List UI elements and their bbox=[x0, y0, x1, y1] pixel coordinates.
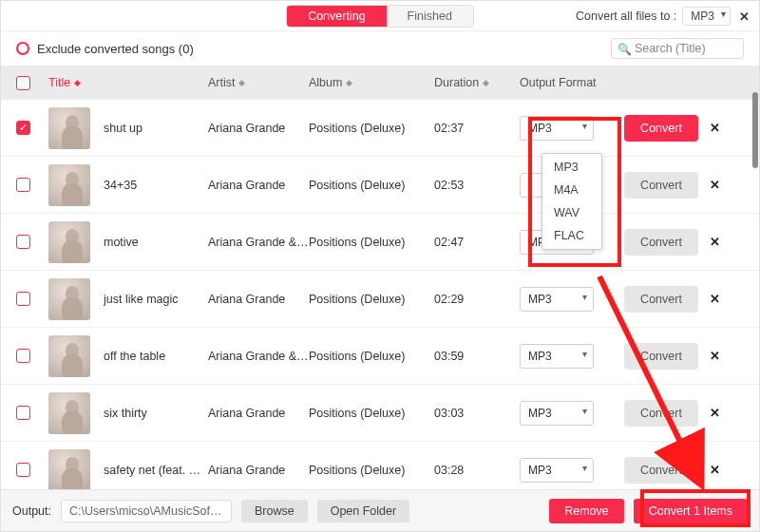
convert-button[interactable]: Convert bbox=[624, 457, 698, 484]
format-select[interactable]: MP3 bbox=[520, 287, 594, 312]
close-icon[interactable]: ✕ bbox=[736, 9, 751, 24]
topbar: Converting Finished Convert all files to… bbox=[1, 1, 759, 31]
format-select[interactable]: MP3 bbox=[520, 344, 594, 369]
topbar-right: Convert all files to : MP3 ✕ bbox=[576, 1, 751, 31]
convert-all-select[interactable]: MP3 bbox=[682, 7, 731, 26]
format-dropdown[interactable]: MP3M4AWAVFLAC bbox=[542, 153, 602, 250]
format-option[interactable]: MP3 bbox=[542, 156, 601, 179]
track-duration: 03:59 bbox=[434, 350, 464, 363]
output-label: Output: bbox=[12, 504, 51, 518]
browse-button[interactable]: Browse bbox=[241, 500, 308, 522]
header-title-label: Title bbox=[48, 76, 70, 89]
convert-button[interactable]: Convert bbox=[624, 172, 698, 199]
album-art bbox=[48, 392, 90, 434]
track-artist: Ariana Grande & ... bbox=[208, 350, 309, 363]
track-artist: Ariana Grande bbox=[208, 179, 285, 192]
select-all-checkbox[interactable] bbox=[16, 76, 30, 90]
track-duration: 02:37 bbox=[434, 122, 464, 135]
track-artist: Ariana Grande bbox=[208, 407, 285, 420]
track-title: safety net (feat. Ty ... bbox=[104, 464, 206, 477]
remove-row-icon[interactable]: ✕ bbox=[710, 236, 720, 249]
table-row: ✓ shut up Ariana Grande Positions (Delux… bbox=[1, 100, 759, 157]
search-input[interactable]: 🔍 Search (Title) bbox=[611, 38, 744, 59]
row-checkbox[interactable] bbox=[16, 235, 30, 249]
table-row: off the table Ariana Grande & ... Positi… bbox=[1, 328, 759, 385]
open-folder-button[interactable]: Open Folder bbox=[317, 500, 409, 522]
convert-button[interactable]: Convert bbox=[624, 115, 698, 142]
track-album: Positions (Deluxe) bbox=[309, 122, 405, 135]
track-duration: 02:29 bbox=[434, 293, 464, 306]
header-artist[interactable]: Artist ◆ bbox=[208, 76, 309, 89]
scrollbar[interactable] bbox=[752, 92, 758, 168]
table-row: six thirty Ariana Grande Positions (Delu… bbox=[1, 385, 759, 442]
album-art bbox=[48, 164, 90, 206]
search-icon: 🔍 bbox=[618, 43, 632, 56]
table-row: motive Ariana Grande & ... Positions (De… bbox=[1, 214, 759, 271]
convert-all-label: Convert all files to : bbox=[576, 10, 676, 23]
convert-button[interactable]: Convert bbox=[624, 286, 698, 313]
filter-row: Exclude converted songs (0) 🔍 Search (Ti… bbox=[1, 31, 759, 66]
row-checkbox[interactable] bbox=[16, 292, 30, 306]
format-option[interactable]: M4A bbox=[542, 179, 601, 201]
header-output-format: Output Format bbox=[520, 76, 624, 89]
track-duration: 02:47 bbox=[434, 236, 464, 249]
track-artist: Ariana Grande bbox=[208, 464, 285, 477]
convert-button[interactable]: Convert bbox=[624, 343, 698, 370]
header-title[interactable]: Title ◆ bbox=[48, 76, 208, 89]
exclude-label: Exclude converted songs (0) bbox=[37, 42, 194, 56]
track-title: off the table bbox=[104, 350, 206, 363]
remove-row-icon[interactable]: ✕ bbox=[710, 179, 720, 192]
table-row: just like magic Ariana Grande Positions … bbox=[1, 271, 759, 328]
table-body: ✓ shut up Ariana Grande Positions (Delux… bbox=[1, 100, 759, 499]
header-artist-label: Artist bbox=[208, 76, 235, 89]
header-output-format-label: Output Format bbox=[520, 76, 597, 89]
format-option[interactable]: FLAC bbox=[542, 224, 601, 247]
sort-icon: ◆ bbox=[346, 79, 352, 86]
remove-row-icon[interactable]: ✕ bbox=[710, 122, 720, 135]
remove-button[interactable]: Remove bbox=[549, 499, 624, 523]
exclude-radio-icon[interactable] bbox=[16, 42, 29, 55]
convert-button[interactable]: Convert bbox=[624, 229, 698, 256]
search-placeholder: Search (Title) bbox=[635, 42, 706, 55]
remove-row-icon[interactable]: ✕ bbox=[710, 350, 720, 363]
tab-converting[interactable]: Converting bbox=[287, 6, 386, 27]
sort-icon: ◆ bbox=[74, 79, 81, 86]
convert-items-button[interactable]: Convert 1 Items bbox=[634, 499, 748, 523]
track-duration: 03:28 bbox=[434, 464, 464, 477]
format-select[interactable]: MP3 bbox=[520, 401, 594, 426]
header-album-label: Album bbox=[309, 76, 342, 89]
track-album: Positions (Deluxe) bbox=[309, 179, 405, 192]
track-title: six thirty bbox=[104, 407, 206, 420]
track-title: motive bbox=[104, 236, 206, 249]
album-art bbox=[48, 107, 90, 149]
row-checkbox[interactable] bbox=[16, 349, 30, 363]
track-album: Positions (Deluxe) bbox=[309, 293, 405, 306]
row-checkbox[interactable] bbox=[16, 178, 30, 192]
tab-finished[interactable]: Finished bbox=[387, 6, 473, 27]
sort-icon: ◆ bbox=[483, 79, 489, 86]
app-window: Converting Finished Convert all files to… bbox=[0, 0, 760, 532]
header-duration[interactable]: Duration ◆ bbox=[434, 76, 520, 89]
format-option[interactable]: WAV bbox=[542, 201, 601, 224]
track-artist: Ariana Grande & ... bbox=[208, 236, 309, 249]
remove-row-icon[interactable]: ✕ bbox=[710, 464, 720, 477]
track-album: Positions (Deluxe) bbox=[309, 236, 405, 249]
header-album[interactable]: Album ◆ bbox=[309, 76, 434, 89]
row-checkbox[interactable]: ✓ bbox=[16, 121, 30, 135]
footer: Output: C:\Users\micso\AMusicSoft ... Br… bbox=[1, 489, 759, 531]
format-select[interactable]: MP3 bbox=[520, 116, 594, 141]
format-select[interactable]: MP3 bbox=[520, 458, 594, 483]
row-checkbox[interactable] bbox=[16, 406, 30, 420]
album-art bbox=[48, 449, 90, 491]
track-title: just like magic bbox=[104, 293, 206, 306]
remove-row-icon[interactable]: ✕ bbox=[710, 407, 720, 420]
convert-button[interactable]: Convert bbox=[624, 400, 698, 427]
track-title: 34+35 bbox=[104, 179, 206, 192]
track-duration: 03:03 bbox=[434, 407, 464, 420]
remove-row-icon[interactable]: ✕ bbox=[710, 293, 720, 306]
row-checkbox[interactable] bbox=[16, 463, 30, 477]
sort-icon: ◆ bbox=[238, 79, 245, 86]
output-path-input[interactable]: C:\Users\micso\AMusicSoft ... bbox=[61, 500, 232, 522]
header-duration-label: Duration bbox=[434, 76, 479, 89]
track-duration: 02:53 bbox=[434, 179, 464, 192]
